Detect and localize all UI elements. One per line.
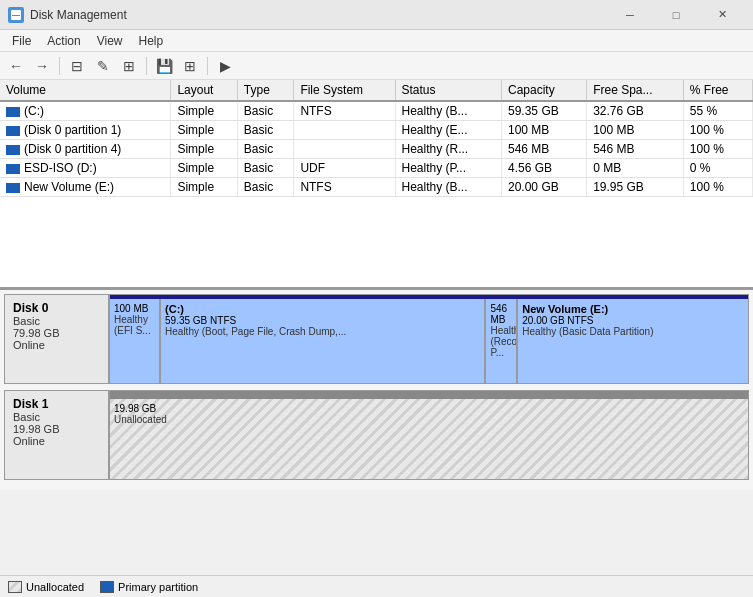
toolbar-btn-6[interactable]: 💾 <box>152 55 176 77</box>
cell-pct: 100 % <box>683 121 752 140</box>
cell-free: 100 MB <box>587 121 684 140</box>
menu-view[interactable]: View <box>89 32 131 50</box>
disk1-unalloc-size: 19.98 GB <box>114 403 744 414</box>
volume-table: Volume Layout Type File System Status Ca… <box>0 80 753 197</box>
menu-file[interactable]: File <box>4 32 39 50</box>
cell-capacity: 546 MB <box>502 140 587 159</box>
title-bar: Disk Management ─ □ ✕ <box>0 0 753 30</box>
disk1-size: 19.98 GB <box>13 423 100 435</box>
disk0-row: Disk 0 Basic 79.98 GB Online 100 MB Heal… <box>4 294 749 384</box>
table-row[interactable]: (Disk 0 partition 1) Simple Basic Health… <box>0 121 753 140</box>
menu-bar: File Action View Help <box>0 30 753 52</box>
legend-primary: Primary partition <box>100 581 198 593</box>
cell-fs: UDF <box>294 159 395 178</box>
cell-fs: NTFS <box>294 101 395 121</box>
cell-free: 19.95 GB <box>587 178 684 197</box>
menu-help[interactable]: Help <box>131 32 172 50</box>
disk0-partition-efi[interactable]: 100 MB Healthy (EFI S... <box>110 299 161 383</box>
disk0-efi-size: 100 MB <box>114 303 155 314</box>
cell-type: Basic <box>237 178 294 197</box>
toolbar-btn-8[interactable]: ▶ <box>213 55 237 77</box>
disk0-partitions: 100 MB Healthy (EFI S... (C:) 59.35 GB N… <box>110 295 748 383</box>
table-header-row: Volume Layout Type File System Status Ca… <box>0 80 753 101</box>
cell-capacity: 4.56 GB <box>502 159 587 178</box>
cell-capacity: 20.00 GB <box>502 178 587 197</box>
legend-bar: Unallocated Primary partition <box>0 575 753 597</box>
app-icon <box>8 7 24 23</box>
cell-type: Basic <box>237 121 294 140</box>
disk1-name: Disk 1 <box>13 397 100 411</box>
legend-unalloc-swatch <box>8 581 22 593</box>
disk1-label: Disk 1 Basic 19.98 GB Online <box>5 391 110 479</box>
menu-action[interactable]: Action <box>39 32 88 50</box>
toolbar-btn-4[interactable]: ✎ <box>91 55 115 77</box>
col-volume: Volume <box>0 80 171 101</box>
disk0-name: Disk 0 <box>13 301 100 315</box>
close-button[interactable]: ✕ <box>699 0 745 30</box>
disk0-label: Disk 0 Basic 79.98 GB Online <box>5 295 110 383</box>
back-button[interactable]: ← <box>4 55 28 77</box>
cell-layout: Simple <box>171 140 237 159</box>
col-capacity: Capacity <box>502 80 587 101</box>
cell-pct: 0 % <box>683 159 752 178</box>
graphical-area-wrapper: Disk 0 Basic 79.98 GB Online 100 MB Heal… <box>0 290 753 597</box>
minimize-button[interactable]: ─ <box>607 0 653 30</box>
cell-volume: New Volume (E:) <box>0 178 171 197</box>
legend-primary-swatch <box>100 581 114 593</box>
col-status: Status <box>395 80 502 101</box>
cell-free: 0 MB <box>587 159 684 178</box>
disk0-partition-c[interactable]: (C:) 59.35 GB NTFS Healthy (Boot, Page F… <box>161 299 486 383</box>
main-area: Volume Layout Type File System Status Ca… <box>0 80 753 597</box>
cell-status: Healthy (P... <box>395 159 502 178</box>
disk0-c-size: 59.35 GB NTFS <box>165 315 480 326</box>
legend-unalloc: Unallocated <box>8 581 84 593</box>
disk1-partitions: 19.98 GB Unallocated <box>110 391 748 479</box>
disk0-partition-recovery[interactable]: 546 MB Healthy (Recovery P... <box>486 299 518 383</box>
window-controls: ─ □ ✕ <box>607 0 745 30</box>
cell-capacity: 59.35 GB <box>502 101 587 121</box>
cell-free: 32.76 GB <box>587 101 684 121</box>
disk0-recovery-info: Healthy (Recovery P... <box>490 325 512 358</box>
cell-type: Basic <box>237 140 294 159</box>
cell-fs <box>294 121 395 140</box>
cell-layout: Simple <box>171 159 237 178</box>
col-pctfree: % Free <box>683 80 752 101</box>
disk1-type: Basic <box>13 411 100 423</box>
cell-status: Healthy (B... <box>395 178 502 197</box>
cell-layout: Simple <box>171 178 237 197</box>
volume-table-area: Volume Layout Type File System Status Ca… <box>0 80 753 290</box>
toolbar-btn-3[interactable]: ⊟ <box>65 55 89 77</box>
disk0-efi-info: Healthy (EFI S... <box>114 314 155 336</box>
disk1-partition-unalloc[interactable]: 19.98 GB Unallocated <box>110 395 748 479</box>
disk0-newvol-size: 20.00 GB NTFS <box>522 315 744 326</box>
disk0-c-info: Healthy (Boot, Page File, Crash Dump,... <box>165 326 480 337</box>
cell-volume: (Disk 0 partition 1) <box>0 121 171 140</box>
toolbar-btn-5[interactable]: ⊞ <box>117 55 141 77</box>
col-freespace: Free Spa... <box>587 80 684 101</box>
cell-volume: ESD-ISO (D:) <box>0 159 171 178</box>
toolbar-sep-1 <box>59 57 60 75</box>
disk0-status: Online <box>13 339 100 351</box>
col-filesystem: File System <box>294 80 395 101</box>
maximize-button[interactable]: □ <box>653 0 699 30</box>
cell-status: Healthy (B... <box>395 101 502 121</box>
table-row[interactable]: New Volume (E:) Simple Basic NTFS Health… <box>0 178 753 197</box>
toolbar-btn-7[interactable]: ⊞ <box>178 55 202 77</box>
disk1-status: Online <box>13 435 100 447</box>
cell-status: Healthy (R... <box>395 140 502 159</box>
cell-pct: 100 % <box>683 140 752 159</box>
cell-layout: Simple <box>171 121 237 140</box>
disk0-partition-newvol[interactable]: New Volume (E:) 20.00 GB NTFS Healthy (B… <box>518 299 748 383</box>
window-title: Disk Management <box>30 8 127 22</box>
table-row[interactable]: (C:) Simple Basic NTFS Healthy (B... 59.… <box>0 101 753 121</box>
cell-fs: NTFS <box>294 178 395 197</box>
cell-free: 546 MB <box>587 140 684 159</box>
graphical-area: Disk 0 Basic 79.98 GB Online 100 MB Heal… <box>0 290 753 490</box>
table-row[interactable]: ESD-ISO (D:) Simple Basic UDF Healthy (P… <box>0 159 753 178</box>
legend-primary-label: Primary partition <box>118 581 198 593</box>
cell-type: Basic <box>237 159 294 178</box>
cell-volume: (C:) <box>0 101 171 121</box>
table-row[interactable]: (Disk 0 partition 4) Simple Basic Health… <box>0 140 753 159</box>
toolbar: ← → ⊟ ✎ ⊞ 💾 ⊞ ▶ <box>0 52 753 80</box>
forward-button[interactable]: → <box>30 55 54 77</box>
